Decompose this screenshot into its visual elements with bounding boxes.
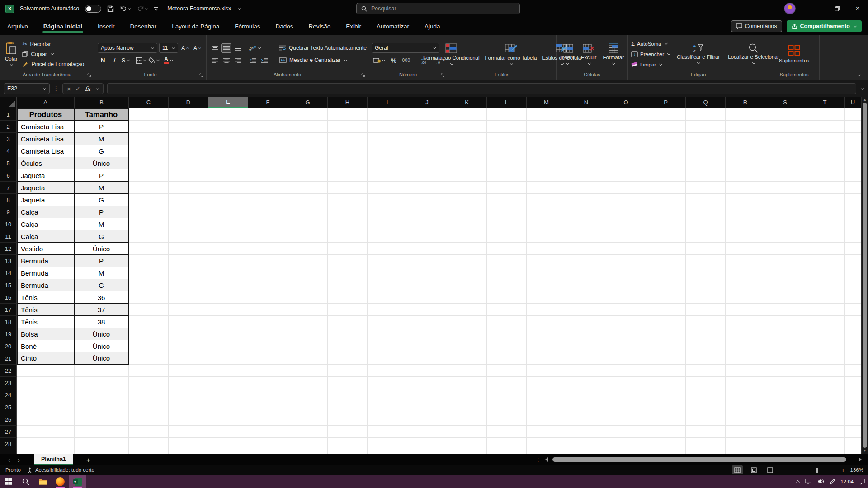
cell-S15[interactable]: [765, 279, 805, 291]
cell-K24[interactable]: [447, 389, 487, 401]
cell-J3[interactable]: [407, 133, 447, 145]
cell-S27[interactable]: [765, 426, 805, 438]
cell-L10[interactable]: [487, 218, 527, 230]
cell-C28[interactable]: [129, 438, 169, 450]
cell-J16[interactable]: [407, 291, 447, 304]
cell-D23[interactable]: [169, 377, 208, 389]
cell-O15[interactable]: [606, 279, 646, 291]
cell-M4[interactable]: [527, 145, 566, 157]
cell-U18[interactable]: [845, 316, 861, 328]
cell-S29[interactable]: [765, 450, 805, 454]
cell-K23[interactable]: [447, 377, 487, 389]
cell-J17[interactable]: [407, 304, 447, 316]
cell-D7[interactable]: [169, 182, 208, 194]
cell-D17[interactable]: [169, 304, 208, 316]
cell-S9[interactable]: [765, 206, 805, 218]
cell-G17[interactable]: [288, 304, 328, 316]
cell-U29[interactable]: [845, 450, 861, 454]
cell-P29[interactable]: [646, 450, 686, 454]
cell-P18[interactable]: [646, 316, 686, 328]
cell-J28[interactable]: [407, 438, 447, 450]
cell-C14[interactable]: [129, 267, 169, 279]
cell-P25[interactable]: [646, 401, 686, 413]
cell-K14[interactable]: [447, 267, 487, 279]
cell-C17[interactable]: [129, 304, 169, 316]
cell-R29[interactable]: [726, 450, 765, 454]
cell-E23[interactable]: [208, 377, 248, 389]
cell-C22[interactable]: [129, 365, 169, 377]
cell-P11[interactable]: [646, 230, 686, 243]
collapse-ribbon-icon[interactable]: [858, 73, 861, 76]
cell-C16[interactable]: [129, 291, 169, 304]
cell-D9[interactable]: [169, 206, 208, 218]
tab-inserir[interactable]: Inserir: [97, 20, 116, 33]
cell-I8[interactable]: [368, 194, 407, 206]
cell-N18[interactable]: [566, 316, 606, 328]
horizontal-scrollbar-thumb[interactable]: [552, 457, 846, 462]
cell-Q8[interactable]: [686, 194, 726, 206]
cell-L11[interactable]: [487, 230, 527, 243]
cell-G10[interactable]: [288, 218, 328, 230]
document-title-chevron-icon[interactable]: [238, 6, 241, 9]
cell-P21[interactable]: [646, 352, 686, 365]
cell-O20[interactable]: [606, 340, 646, 352]
cell-E19[interactable]: [208, 328, 248, 340]
insert-cells-button[interactable]: Inserir: [558, 42, 576, 66]
speaker-icon[interactable]: [817, 479, 824, 484]
page-layout-view-button[interactable]: [748, 465, 759, 474]
cell-O3[interactable]: [606, 133, 646, 145]
taskbar-clock[interactable]: 12:04: [840, 479, 854, 484]
row-header-16[interactable]: 16: [0, 291, 17, 304]
cell-B23[interactable]: [75, 377, 129, 389]
cell-U7[interactable]: [845, 182, 861, 194]
cell-P27[interactable]: [646, 426, 686, 438]
cell-D24[interactable]: [169, 389, 208, 401]
cell-P4[interactable]: [646, 145, 686, 157]
cell-O19[interactable]: [606, 328, 646, 340]
cell-L9[interactable]: [487, 206, 527, 218]
cell-A4[interactable]: Camiseta Lisa: [17, 145, 75, 157]
cell-O8[interactable]: [606, 194, 646, 206]
cell-A10[interactable]: Calça: [17, 218, 75, 230]
cell-M6[interactable]: [527, 169, 566, 182]
cell-C21[interactable]: [129, 352, 169, 365]
cell-L29[interactable]: [487, 450, 527, 454]
cell-I17[interactable]: [368, 304, 407, 316]
cell-H28[interactable]: [328, 438, 368, 450]
cell-K19[interactable]: [447, 328, 487, 340]
cell-A28[interactable]: [17, 438, 75, 450]
cell-T6[interactable]: [805, 169, 845, 182]
row-header-23[interactable]: 23: [0, 377, 17, 389]
cell-J2[interactable]: [407, 121, 447, 133]
cell-R3[interactable]: [726, 133, 765, 145]
row-header-1[interactable]: 1: [0, 108, 17, 121]
column-header-P[interactable]: P: [646, 97, 686, 108]
cell-E26[interactable]: [208, 413, 248, 426]
cell-Q5[interactable]: [686, 157, 726, 169]
cell-D11[interactable]: [169, 230, 208, 243]
tab-exibir[interactable]: Exibir: [345, 20, 362, 33]
cell-T17[interactable]: [805, 304, 845, 316]
cell-K28[interactable]: [447, 438, 487, 450]
cell-U19[interactable]: [845, 328, 861, 340]
cell-M17[interactable]: [527, 304, 566, 316]
cell-J15[interactable]: [407, 279, 447, 291]
comma-style-button[interactable]: 000: [401, 56, 411, 65]
cell-J5[interactable]: [407, 157, 447, 169]
cell-E6[interactable]: [208, 169, 248, 182]
cell-A7[interactable]: Jaqueta: [17, 182, 75, 194]
cell-R22[interactable]: [726, 365, 765, 377]
cell-R15[interactable]: [726, 279, 765, 291]
cell-O7[interactable]: [606, 182, 646, 194]
clipboard-dialog-launcher[interactable]: [87, 73, 91, 77]
cell-E7[interactable]: [208, 182, 248, 194]
cell-F20[interactable]: [248, 340, 288, 352]
cell-U26[interactable]: [845, 413, 861, 426]
hidden-icons-chevron[interactable]: [796, 480, 800, 483]
cell-M10[interactable]: [527, 218, 566, 230]
cell-D2[interactable]: [169, 121, 208, 133]
cell-B2[interactable]: P: [75, 121, 129, 133]
tab-arquivo[interactable]: Arquivo: [6, 20, 29, 33]
cell-U6[interactable]: [845, 169, 861, 182]
accessibility-status[interactable]: Acessibilidade: tudo certo: [27, 467, 94, 473]
